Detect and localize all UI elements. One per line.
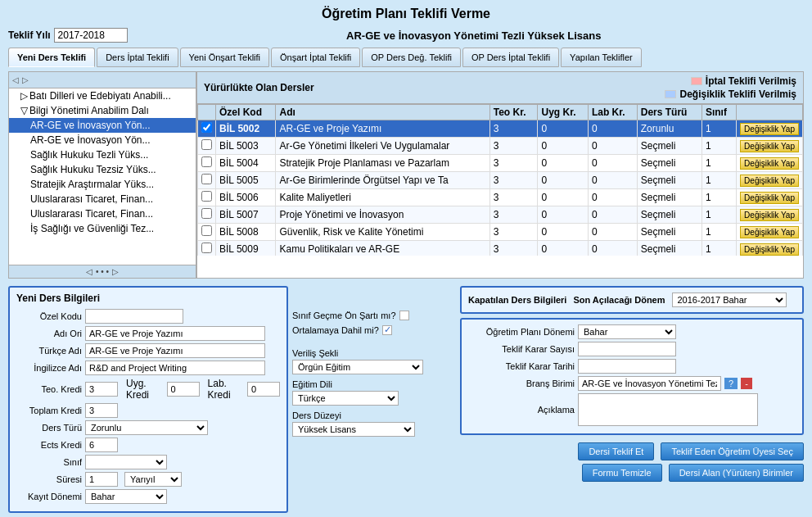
row-action[interactable]: Değişiklik Yap (737, 138, 803, 155)
egitim-dili-select[interactable]: Türkçe İngilizce (292, 391, 399, 406)
tree-item-is-sagligi[interactable]: İş Sağlığı ve Güvenliği Tez... (9, 221, 196, 236)
tree-item-bati-dilleri[interactable]: ▷ Batı Dilleri ve Edebiyatı Anabili... (9, 88, 196, 103)
table-row[interactable]: BİL 5009 Kamu Politikaları ve AR-GE 3 0 … (198, 241, 803, 256)
sinif-select[interactable]: 1 2 (85, 455, 167, 469)
right-form-area: Öğretim Planı Dönemi Bahar Güz Teklif Ka… (460, 318, 804, 435)
tab-onsart-iptal-teklifi[interactable]: Önşart İptal Teklifi (271, 48, 360, 67)
tree-item-bilgi-yonetimi[interactable]: ▽ Bilgi Yönetimi Anabilim Dalı (9, 103, 196, 118)
tree-scroll-area[interactable]: ▷ Batı Dilleri ve Edebiyatı Anabili... ▽… (9, 88, 196, 265)
degisiklik-yap-button[interactable]: Değişiklik Yap (740, 226, 799, 238)
row-action[interactable]: Değişiklik Yap (737, 224, 803, 241)
degisiklik-yap-button[interactable]: Değişiklik Yap (740, 123, 799, 135)
uyg-kredi-input[interactable] (167, 382, 200, 397)
row-lab: 0 (588, 224, 637, 241)
sinif-gecme-checkbox[interactable] (399, 311, 409, 320)
tree-item-arge-inovasyon-1[interactable]: AR-GE ve İnovasyon Yön... (9, 118, 196, 133)
teklif-karar-sayisi-input[interactable] (578, 342, 676, 356)
course-table-wrapper[interactable]: Özel Kod Adı Teo Kr. Uyg Kr. Lab Kr. Der… (197, 104, 803, 256)
ozel-kod-input[interactable] (85, 309, 183, 324)
table-row[interactable]: BİL 5005 Ar-Ge Birimlerinde Örgütsel Yap… (198, 172, 803, 189)
degisiklik-yap-button[interactable]: Değişiklik Yap (740, 209, 799, 221)
degisiklik-yap-button[interactable]: Değişiklik Yap (740, 243, 799, 256)
row-check[interactable] (198, 224, 216, 241)
teklif-eden-ogretim-uyesi-sec-button[interactable]: Teklif Eden Öğretim Üyesi Seç (661, 442, 804, 460)
dersi-alan-yuruten-birimler-button[interactable]: Dersi Alan (Yürüten) Birimler (669, 464, 804, 482)
table-row[interactable]: BİL 5004 Stratejik Proje Planlaması ve P… (198, 155, 803, 172)
row-action[interactable]: Değişiklik Yap (737, 120, 803, 138)
formu-temizle-button[interactable]: Formu Temizle (582, 464, 662, 482)
tree-item-saglik-hukuku-tezli[interactable]: Sağlık Hukuku Tezli Yüks... (9, 147, 196, 162)
row-action[interactable]: Değişiklik Yap (737, 241, 803, 256)
row-ozel-kod: BİL 5009 (216, 241, 276, 256)
row-check[interactable] (198, 120, 216, 138)
kayit-donemi-select[interactable]: Bahar Güz (85, 489, 167, 504)
brans-birimi-sil-btn[interactable]: - (741, 378, 752, 389)
tree-arrow-left[interactable]: ◁ (12, 75, 19, 84)
tab-op-ders-iptal-teklifi[interactable]: OP Ders İptal Teklifi (462, 48, 559, 67)
row-action[interactable]: Değişiklik Yap (737, 206, 803, 224)
row-check[interactable] (198, 189, 216, 206)
row-sinif: 1 (701, 120, 736, 138)
row-check[interactable] (198, 172, 216, 189)
row-sinif: 1 (701, 155, 736, 172)
ingilizce-adi-input[interactable] (85, 361, 265, 375)
verilis-sekli-select[interactable]: Örgün Eğitim Uzaktan Eğitim (292, 360, 423, 374)
tree-item-uluslararasi-ticaret-2[interactable]: Uluslararası Ticaret, Finan... (9, 206, 196, 221)
tree-item-arge-inovasyon-2[interactable]: AR-GE ve İnovasyon Yön... (9, 133, 196, 147)
table-row[interactable]: BİL 5008 Güvenlik, Risk ve Kalite Yöneti… (198, 224, 803, 241)
row-check[interactable] (198, 155, 216, 172)
tree-item-stratejik-arastirmalar[interactable]: Stratejik Araştırmalar Yüks... (9, 177, 196, 192)
degisiklik-yap-button[interactable]: Değişiklik Yap (740, 140, 799, 152)
dersi-teklif-et-button[interactable]: Dersi Teklif Et (578, 442, 654, 460)
row-action[interactable]: Değişiklik Yap (737, 172, 803, 189)
brans-birimi-input[interactable] (578, 376, 721, 391)
ortalamaya-dahil-label: Ortalamaya Dahil mi? (292, 325, 379, 335)
row-lab: 0 (588, 206, 637, 224)
tab-yapilan-teklifler[interactable]: Yapılan Teklifler (561, 48, 642, 67)
row-check[interactable] (198, 138, 216, 155)
row-uyg: 0 (538, 189, 588, 206)
brans-birimi-soru-btn[interactable]: ? (724, 378, 738, 389)
teklif-karar-tarihi-input[interactable] (578, 359, 676, 374)
tree-item-uluslararasi-ticaret-1[interactable]: Uluslararası Ticaret, Finan... (9, 192, 196, 206)
row-lab: 0 (588, 241, 637, 256)
ders-turu-select[interactable]: Zorunlu Seçmeli (85, 420, 208, 435)
bottom-section: Yeni Ders Bilgileri Özel Kodu Adı Ori Tü… (0, 283, 812, 516)
row-check[interactable] (198, 241, 216, 256)
degisiklik-yap-button[interactable]: Değişiklik Yap (740, 175, 799, 187)
degisiklik-yap-button[interactable]: Değişiklik Yap (740, 192, 799, 204)
row-check[interactable] (198, 206, 216, 224)
tab-ders-iptal-teklifi[interactable]: Ders İptal Teklifi (97, 48, 178, 67)
table-row[interactable]: BİL 5007 Proje Yönetimi ve İnovasyon 3 0… (198, 206, 803, 224)
son-acilacagi-select[interactable]: 2016-2017 Bahar 2016-2017 Güz 2017-2018 … (672, 293, 787, 307)
row-action[interactable]: Değişiklik Yap (737, 155, 803, 172)
sure-select[interactable]: Yarıyıl Yıl (124, 472, 182, 487)
scroll-right-btn[interactable]: ▷ (112, 267, 119, 276)
aciklama-textarea[interactable] (578, 393, 758, 426)
table-row[interactable]: BİL 5006 Kalite Maliyetleri 3 0 0 Seçmel… (198, 189, 803, 206)
row-adi: Kamu Politikaları ve AR-GE (276, 241, 489, 256)
scroll-left-btn[interactable]: ◁ (86, 267, 92, 276)
ortalamaya-dahil-checkbox[interactable] (382, 325, 392, 335)
tree-arrow-right[interactable]: ▷ (22, 75, 29, 84)
toplam-kredi-input[interactable] (85, 403, 118, 418)
turkce-adi-input[interactable] (85, 343, 265, 358)
tab-op-ders-deg-teklifi[interactable]: OP Ders Değ. Teklifi (362, 48, 461, 67)
table-row[interactable]: BİL 5003 Ar-Ge Yönetimi İlkeleri Ve Uygu… (198, 138, 803, 155)
sure-input[interactable] (85, 472, 118, 487)
ects-kredi-input[interactable] (85, 438, 118, 452)
teklif-yili-input[interactable] (54, 28, 128, 43)
tab-yeni-onsart-teklifi[interactable]: Yeni Önşart Teklifi (180, 48, 269, 67)
table-row[interactable]: BİL 5002 AR-GE ve Proje Yazımı 3 0 0 Zor… (198, 120, 803, 138)
row-action[interactable]: Değişiklik Yap (737, 189, 803, 206)
teo-kredi-input[interactable] (85, 382, 118, 397)
ders-duzeyi-select[interactable]: Yüksek Lisans Doktora (292, 422, 415, 437)
tree-item-saglik-hukuku-tezsiz[interactable]: Sağlık Hukuku Tezsiz Yüks... (9, 162, 196, 177)
ogretim-plani-donemi-select[interactable]: Bahar Güz (578, 324, 676, 339)
legend-degisiklik: Değişiklik Teklifi Verilmiş (665, 88, 796, 100)
adi-ori-input[interactable] (85, 326, 265, 341)
row-adi: Stratejik Proje Planlaması ve Pazarlam (276, 155, 489, 172)
tab-yeni-ders-teklifi[interactable]: Yeni Ders Teklifi (8, 48, 95, 67)
degisiklik-yap-button[interactable]: Değişiklik Yap (740, 157, 799, 170)
lab-kredi-input[interactable] (247, 382, 280, 397)
